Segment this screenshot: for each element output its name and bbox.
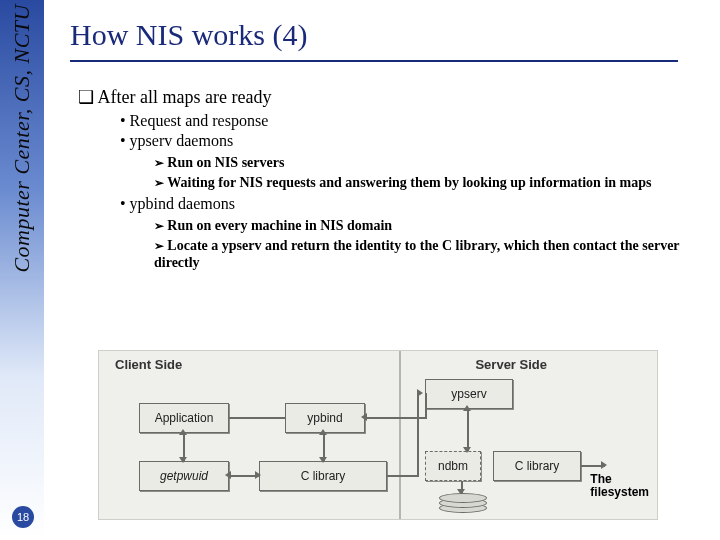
fs-label-line2: filesystem [590,486,649,499]
bullet-list-level1: Request and response ypserv daemons Run … [120,112,696,272]
divider-vertical [399,351,401,519]
sidebar-org-text: Computer Center, CS, NCTU [9,4,35,273]
arrow-ypserv-down [467,409,469,451]
arrowhead-up-icon [319,429,327,435]
filesystem-label: The filesystem [590,473,649,499]
arrow-corner-up [425,393,427,419]
arrowhead-up-icon [463,405,471,411]
arrow-app-to-ypbind [229,417,285,419]
bullet-list-level2: Run on every machine in NIS domain Locat… [154,217,696,272]
c-library-client-box: C library [259,461,387,491]
slide-title: How NIS works (4) [70,18,696,52]
sub-item-text: Run on every machine in NIS domain [167,218,392,233]
getpwuid-box: getpwuid [139,461,229,491]
arrowhead-right-icon [601,461,607,469]
list-item: Locate a ypserv and return the identity … [154,237,696,272]
sub-item-text: Run on NIS servers [167,155,284,170]
section-heading: ❑ After all maps are ready [78,86,696,108]
arrow-clib-to-server [387,475,419,477]
disk-stack-icon [435,491,491,517]
client-side-label: Client Side [115,357,182,372]
disk-icon [439,493,487,503]
bullet-list-level2: Run on NIS servers Waiting for NIS reque… [154,154,696,191]
list-item: Waiting for NIS requests and answering t… [154,174,696,192]
item-label: Request and response [130,112,269,129]
server-side-label: Server Side [475,357,547,372]
list-item: Run on NIS servers [154,154,696,172]
arrowhead-left-icon [361,413,367,421]
title-divider [70,60,678,62]
arrowhead-right-icon [255,471,261,479]
item-label: ypserv daemons [130,132,234,149]
arrow-ypbind-to-ypserv [365,417,425,419]
sub-item-text: Waiting for NIS requests and answering t… [167,175,651,190]
section-heading-text: After all maps are ready [98,87,272,107]
list-item: ypserv daemons Run on NIS servers Waitin… [120,132,696,191]
arrowhead-left-icon [225,471,231,479]
arrowhead-up-icon [179,429,187,435]
diagram-bg: Client Side Server Side Application getp… [99,351,657,519]
page-number-badge: 18 [12,506,34,528]
ndbm-box: ndbm [425,451,481,481]
nis-architecture-diagram: Client Side Server Side Application getp… [98,350,658,520]
item-label: ypbind daemons [130,195,235,212]
arrow-vertical-to-ypserv [417,393,419,477]
list-item: Run on every machine in NIS domain [154,217,696,235]
arrowhead-down-icon [463,447,471,453]
sub-item-text: Locate a ypserv and return the identity … [154,238,679,271]
arrowhead-down-icon [179,457,187,463]
section-bullet-icon: ❑ [78,87,94,107]
arrowhead-right-icon [417,389,423,397]
c-library-server-box: C library [493,451,581,481]
list-item: Request and response [120,112,696,130]
sidebar: Computer Center, CS, NCTU [0,0,44,540]
slide-content: How NIS works (4) ❑ After all maps are r… [70,18,696,276]
list-item: ypbind daemons Run on every machine in N… [120,195,696,272]
arrowhead-down-icon [319,457,327,463]
